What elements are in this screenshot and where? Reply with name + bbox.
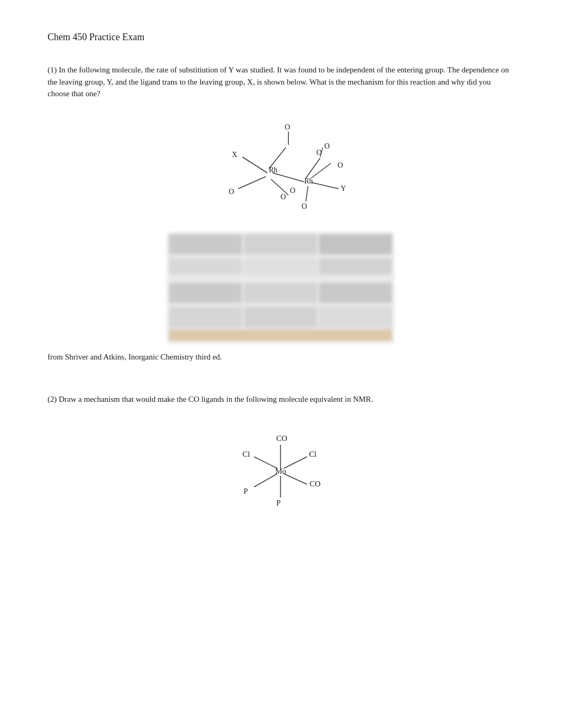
svg-line-0 [242, 157, 267, 173]
svg-line-15 [284, 474, 307, 484]
citation-text: from Shriver and Atkins, Inorganic Chemi… [48, 353, 513, 362]
atom-x: X [232, 151, 237, 159]
svg-line-12 [254, 457, 277, 468]
question-1-text: (1) In the following molecule, the rate … [48, 64, 513, 100]
atom-o-bottom: O [302, 202, 307, 210]
svg-line-7 [311, 182, 339, 189]
atom-o-left: O [229, 188, 234, 196]
blurred-figure-area [48, 232, 513, 343]
page: Chem 450 Practice Exam (1) In the follow… [0, 0, 561, 728]
svg-line-2 [269, 148, 286, 169]
question-2-label: (2) [48, 395, 57, 403]
cl-right-label: Cl [309, 450, 316, 458]
question-1-body: In the following molecule, the rate of s… [48, 66, 509, 98]
question-2-body: Draw a mechanism that would make the CO … [57, 395, 373, 403]
svg-line-14 [254, 474, 277, 487]
p-bottom-label: P [276, 499, 280, 507]
cl-left-label: Cl [242, 450, 250, 458]
mo-molecule-svg: CO Cl Cl Mo P CO P [196, 416, 365, 521]
co-top-label: CO [276, 434, 287, 443]
svg-line-5 [306, 158, 320, 178]
atom-o-bridge-bot2: O [290, 187, 295, 195]
question-1-label: (1) [48, 66, 57, 74]
rh-molecule-area: O X O Rh O O O O Rh O Y [48, 110, 513, 227]
svg-line-10 [311, 163, 331, 178]
page-title: Chem 450 Practice Exam [48, 32, 513, 43]
mo-label: Mo [275, 467, 286, 475]
atom-y: Y [341, 185, 346, 192]
svg-line-13 [284, 457, 307, 468]
svg-line-6 [306, 186, 308, 201]
svg-line-1 [238, 177, 266, 189]
atom-o-right: O [338, 161, 343, 169]
co-right-label: CO [310, 480, 321, 488]
atom-o-bridge-top2: O [324, 142, 330, 150]
question-2-block: (2) Draw a mechanism that would make the… [48, 393, 513, 522]
svg-line-4 [273, 173, 304, 182]
atom-o-bridge-top: O [316, 149, 322, 156]
rh-molecule-svg: O X O Rh O O O O Rh O Y [175, 110, 386, 227]
question-2-text: (2) Draw a mechanism that would make the… [48, 393, 513, 406]
question-1-block: (1) In the following molecule, the rate … [48, 64, 513, 362]
blurred-figure-box [167, 232, 394, 343]
atom-o-top: O [285, 123, 290, 131]
mo-molecule-area: CO Cl Cl Mo P CO P [48, 416, 513, 521]
p-left-label: P [244, 487, 248, 495]
atom-rh-left: Rh [269, 166, 277, 174]
atom-o-bridge-bot: O [280, 193, 286, 201]
